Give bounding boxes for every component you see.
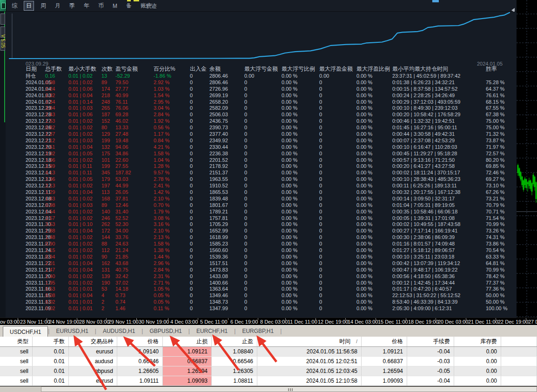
report-row[interactable]: 2023.12.260.820.01 | 0.028013.330.56 %02… [6,125,517,131]
report-body: 持仓0.160.01 | 0.0213-52.29-1.86 %02806.46… [6,73,517,312]
report-row[interactable]: 2023.11.171.950.01 | 0.0219037.022.71 %0… [6,280,517,286]
report-row[interactable]: 2023.12.152.890.01 | 0.1119927.551.28 %0… [6,163,517,170]
menu-item[interactable]: 备 [124,1,134,11]
positions-column-header[interactable]: 止盈 [212,337,257,346]
positions-column-header[interactable]: 价格 [362,337,407,346]
position-row[interactable]: sell0.01audusd0.668460.668370.665462024.… [0,357,537,366]
report-cell: 1801.67 [209,202,228,209]
menu-item[interactable]: 年 [81,1,92,11]
positions-column-header[interactable]: 时间/ [257,337,362,346]
horizontal-scrollbar[interactable] [0,386,537,392]
report-row[interactable]: 2023.11.291.880.01 | 0.0417234.002.10 %0… [6,228,517,234]
report-row[interactable]: 2023.11.222.010.01 | 0.0416243.682.96 %0… [6,260,517,267]
tab-gbpusd-h1[interactable]: GBPUSD,H1 [143,326,188,337]
report-cell: 0.01 | 0.04 [68,228,93,234]
positions-column-header[interactable]: 交易品种 [69,337,117,346]
report-row[interactable]: 2023.12.201.510.01 | 0.0413294.064.21 %0… [6,144,517,151]
menu-item[interactable]: 综 [9,1,20,11]
report-row[interactable]: 2023.12.293.040.01 | 0.0326576.063.04 %0… [6,105,517,112]
tab-eurusd-h1[interactable]: EURUSD,H1 [49,326,94,337]
report-cell: 0 [190,209,193,215]
report-cell: 0 [244,99,247,106]
scrollbar-thumb[interactable] [41,386,537,392]
positions-column-header[interactable]: 手数 [33,337,69,346]
position-row[interactable]: sell0.01gbpusd1.266051.265941.263052024.… [0,366,537,376]
tab-eurchf-h1[interactable]: EURCHF,H1 [190,326,234,337]
report-row[interactable]: 2023.12.271.530.01 | 0.0215246.021.92 %0… [6,118,517,125]
report-cell: 0 [190,189,193,196]
report-row[interactable]: 2023.12.070.980.01 | 0.038912.460.70 %01… [6,202,517,209]
menu-item-trail[interactable]: 轨迹 [146,2,157,10]
report-row[interactable]: 2023.12.041.540.01 | 0.0214031.401.79 %0… [6,209,517,215]
report-row[interactable]: 2023.12.111.290.01 | 0.0411326.051.42 %0… [6,189,517,196]
report-row[interactable]: 2023.12.012.570.01 | 0.0224652.523.08 %0… [6,215,517,222]
positions-column-header[interactable]: 止损 [163,337,212,346]
report-cell: 13.33 [115,125,128,131]
report-row[interactable]: 2024.01.042.240.01 | 0.0617427.771.03 %0… [6,86,517,93]
positions-column-header[interactable] [501,337,537,346]
report-row[interactable]: 2023.11.281.480.01 | 0.0214433.762.13 %0… [6,234,517,241]
menu-item[interactable]: 周 [38,1,48,11]
report-row[interactable]: 2023.12.132.060.01 | 0.0517953.032.78 %0… [6,176,517,183]
position-row[interactable]: sell0.01eurusd1.091401.091211.088402024.… [0,347,537,357]
report-row[interactable]: 2023.11.201.400.01 | 0.0213932.422.31 %0… [6,273,517,280]
report-row[interactable]: 持仓0.160.01 | 0.0213-52.29-1.86 %02806.46… [6,73,517,80]
report-cell: 2.13 [45,183,55,189]
report-row[interactable]: 2024.01.050.980.01 | 0.028979.502.92 %02… [6,80,517,86]
report-row[interactable]: 2023.12.212.120.01 | 0.0319919.480.84 %0… [6,138,517,144]
report-cell: 2178.92 [209,163,228,170]
one-click-panel-strip: V 5.05 [0,12,6,318]
positions-column-header[interactable]: 类型 [0,337,33,346]
tab-eurgbp-h1[interactable]: EURGBP,H1 [235,326,280,337]
report-row[interactable]: 2023.11.211.470.01 | 0.0413140.752.84 %0… [6,267,517,273]
report-cell: 2:05:30 | 4:09:00 | 6:12:31 [392,306,452,312]
axis-label: ov 03:00 [0,319,20,325]
report-row[interactable]: 2023.11.270.900.01 | 0.028824.631.58 %01… [6,241,517,247]
report-row[interactable]: 2023.11.241.150.01 | 0.0211221.241.38 %0… [6,247,517,254]
report-row[interactable]: 2024.01.023.340.01 | 0.1424876.112.95 %0… [6,99,517,106]
menu-item[interactable]: 季 [67,1,77,11]
report-cell: 0.01 | 0.04 [68,189,93,196]
report-row[interactable]: 2023.12.144.130.01 | 0.11345187.829.57 %… [6,170,517,176]
report-row[interactable]: 2023.11.090.020.01 | 0.0121.460.11 %0134… [6,306,517,312]
tab-audusd-h1[interactable]: AUDUSD,H1 [96,326,141,337]
report-row[interactable]: 2023.12.122.130.01 | 0.0219744.992.41 %0… [6,183,517,189]
positions-column-header[interactable]: 手续费 [407,337,454,346]
report-row[interactable]: 2023.12.221.370.01 | 0.0212927.481.17 %0… [6,131,517,138]
report-row[interactable]: 2023.11.150.080.01 | 0.0440.730.05 %0134… [6,292,517,299]
report-cell: 0.00 % [356,260,372,267]
tab-usdchf-h1[interactable]: USDCHF,H1 [3,326,48,337]
report-cell: 88 [101,241,107,247]
strip-button[interactable] [0,13,5,25]
report-row[interactable]: 2023.11.230.940.01 | 0.029021.851.44 %01… [6,254,517,260]
position-row[interactable]: sell0.01eurusd1.091111.090931.088112024.… [0,376,537,386]
time-axis[interactable]: ov 03:0023 Nov 11:0024 Nov 19:0028 Nov 0… [0,318,537,325]
positions-column-header[interactable]: 价格 [117,337,163,346]
report-row[interactable]: 2023.11.160.530.01 | 0.015314.181.05 %01… [6,286,517,292]
report-row[interactable]: 2023.12.282.430.01 | 0.0618769.282.84 %0… [6,112,517,118]
report-row[interactable]: 2023.12.181.060.01 | 0.0210122.601.04 %0… [6,157,517,164]
report-cell: 0.01 | 0.04 [68,292,93,299]
menu-item[interactable]: 币 [96,1,106,11]
axis-tick [168,318,168,320]
report-cell: 0.01 | 0.03 [68,138,93,144]
report-row[interactable]: 2023.12.081.830.01 | 0.0216837.812.10 %0… [6,196,517,202]
candle-body [536,182,537,199]
report-cell: 0 [244,234,247,241]
report-cell: 70.99 % [486,267,504,273]
report-cell: 0.05 % [154,299,169,306]
report-cell: 0.00 % [282,234,297,241]
report-row[interactable]: 2023.12.192.020.01 | 0.0517534.861.58 %0… [6,151,517,157]
menu-item[interactable]: 月 [53,1,63,11]
positions-column-header[interactable]: 库存费 [454,337,501,346]
app-icon[interactable] [0,0,7,11]
report-row[interactable]: 2023.11.303.530.01 | 0.1026252.303.16 %0… [6,221,517,228]
report-row[interactable]: 2023.11.130.020.01 | 0.0120.740.05 %0134… [6,299,517,306]
report-cell: 0:00:30 | 2:38:06 | 86:09:39 [392,234,455,241]
report-cell: 0.00 % [282,93,297,99]
menu-item[interactable]: M [110,2,120,10]
menu-item[interactable]: 日 [24,1,34,11]
report-cell: 0:00:15 | 8:37:58 | 134:57:52 [392,86,457,93]
report-cell: 2377.40 [209,131,228,138]
report-row[interactable]: 2024.01.032.320.01 | 0.0421840.991.54 %0… [6,93,517,99]
